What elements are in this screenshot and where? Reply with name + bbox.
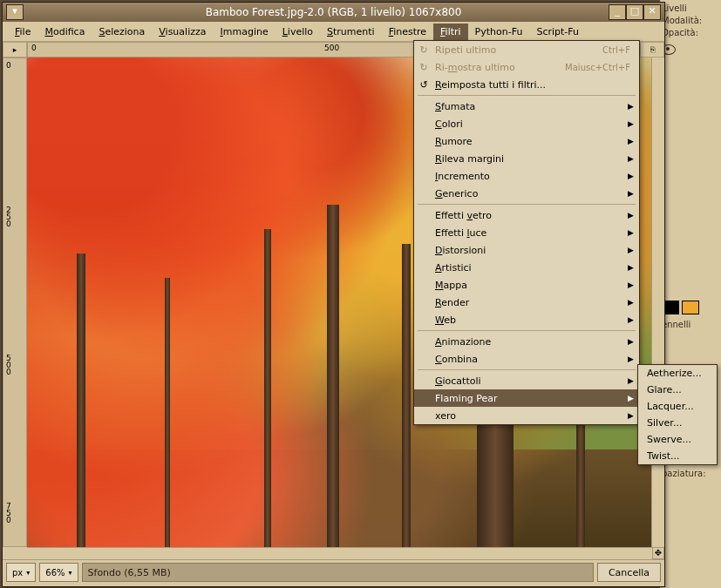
chevron-down-icon: ▾	[69, 569, 72, 577]
menu-item-label: Reimposta tutti i filtri...	[435, 79, 546, 91]
dock-label-opacita: Opacità:	[662, 28, 719, 37]
cancel-button[interactable]: Cancella	[597, 563, 661, 582]
filter-item-incremento[interactable]: Incremento▶	[414, 167, 639, 185]
quick-mask-toggle[interactable]: ⎘	[640, 42, 664, 57]
menu-item-label: Effetti luce	[435, 227, 486, 239]
submenu-arrow-icon: ▶	[628, 411, 634, 420]
submenu-arrow-icon: ▶	[628, 189, 634, 198]
submenu-item-lacquer-[interactable]: Lacquer...	[638, 398, 717, 415]
ruler-v-mark-500: 500	[6, 355, 11, 375]
dock-label-modalita: Modalità:	[662, 16, 719, 25]
shortcut-label: Maiusc+Ctrl+F	[565, 63, 630, 72]
filter-item-rumore[interactable]: Rumore▶	[414, 132, 639, 150]
submenu-item-silver-[interactable]: Silver...	[638, 415, 717, 431]
filter-item-mappa[interactable]: Mappa▶	[414, 276, 639, 294]
submenu-arrow-icon: ▶	[628, 376, 634, 385]
menu-seleziona[interactable]: Seleziona	[92, 24, 152, 40]
filter-item-colori[interactable]: Colori▶	[414, 115, 639, 132]
menu-strumenti[interactable]: Strumenti	[320, 24, 382, 40]
menu-item-label: Ri-mostra ultimo	[435, 62, 515, 73]
ruler-v-mark-0: 0	[6, 62, 11, 69]
minimize-button[interactable]: _	[609, 4, 626, 20]
filter-item-combina[interactable]: Combina▶	[414, 350, 639, 368]
ruler-h-mark-500: 500	[324, 44, 339, 52]
menu-python-fu[interactable]: Python-Fu	[468, 24, 530, 40]
scrollbar-vertical[interactable]	[651, 57, 664, 547]
menu-finestre[interactable]: Finestre	[382, 24, 433, 40]
flaming-pear-submenu: Aetherize...Glare...Lacquer...Silver...S…	[637, 364, 718, 465]
submenu-arrow-icon: ▶	[628, 172, 634, 180]
scrollbar-horizontal[interactable]	[27, 547, 652, 559]
reset-icon: ↻	[418, 44, 430, 56]
menu-item-label: Incremento	[435, 171, 490, 182]
submenu-arrow-icon: ▶	[628, 263, 634, 272]
titlebar[interactable]: ▾ Bamboo Forest.jpg-2.0 (RGB, 1 livello)…	[3, 3, 664, 22]
ruler-vertical[interactable]: 0 250 500 750	[3, 57, 27, 547]
menubar: FileModificaSelezionaVisualizzaImmagineL…	[3, 22, 664, 42]
filter-item-generico[interactable]: Generico▶	[414, 185, 639, 202]
filter-item-distorsioni[interactable]: Distorsioni▶	[414, 241, 639, 259]
menu-livello[interactable]: Livello	[275, 24, 320, 40]
filter-item-reimposta-tutti-i-filtri-[interactable]: ↺Reimposta tutti i filtri...	[414, 76, 639, 93]
unit-selector[interactable]: px▾	[6, 563, 36, 582]
menu-file[interactable]: File	[8, 24, 37, 40]
submenu-arrow-icon: ▶	[628, 119, 634, 128]
filter-item-sfumata[interactable]: Sfumata▶	[414, 98, 639, 115]
menu-filtri[interactable]: Filtri	[433, 24, 468, 40]
menu-item-label: Flaming Pear	[435, 393, 498, 404]
dock-label-spaziatura: paziatura:	[662, 469, 719, 478]
statusbar: px▾ 66%▾ Sfondo (6,55 MB) Cancella	[3, 559, 664, 585]
dock-label-pennelli: ennelli	[662, 320, 719, 329]
filter-item-ripeti-ultimo: ↻Ripeti ultimoCtrl+F	[414, 41, 639, 58]
menu-item-label: Colori	[435, 118, 463, 130]
dock-title-livelli: Livelli	[662, 3, 719, 13]
menu-script-fu[interactable]: Script-Fu	[529, 24, 586, 40]
menu-item-label: Effetti vetro	[435, 210, 492, 221]
submenu-arrow-icon: ▶	[628, 280, 634, 289]
filter-item-ri-mostra-ultimo: ↻Ri-mostra ultimoMaiusc+Ctrl+F	[414, 58, 639, 76]
color-swatch-orange[interactable]	[682, 301, 699, 314]
menu-modifica[interactable]: Modifica	[37, 24, 92, 40]
ruler-origin-toggle[interactable]: ▸	[3, 42, 27, 57]
window-menu-button[interactable]: ▾	[6, 4, 24, 20]
submenu-item-glare-[interactable]: Glare...	[638, 382, 717, 398]
submenu-arrow-icon: ▶	[628, 137, 634, 145]
maximize-button[interactable]: □	[626, 4, 643, 20]
ruler-h-mark-0: 0	[31, 44, 37, 52]
menu-item-label: Generico	[435, 188, 478, 199]
close-button[interactable]: ✕	[643, 4, 661, 20]
filter-item-web[interactable]: Web▶	[414, 311, 639, 328]
menu-immagine[interactable]: Immagine	[213, 24, 275, 40]
filter-item-giocattoli[interactable]: Giocattoli▶	[414, 372, 639, 389]
zoom-selector[interactable]: 66%▾	[39, 563, 78, 582]
filter-item-xero[interactable]: xero▶	[414, 407, 639, 424]
submenu-arrow-icon: ▶	[628, 246, 634, 254]
filter-item-animazione[interactable]: Animazione▶	[414, 333, 639, 350]
menu-item-label: Rumore	[435, 136, 473, 147]
ruler-v-mark-250: 250	[6, 206, 11, 227]
submenu-item-swerve-[interactable]: Swerve...	[638, 431, 717, 448]
menu-item-label: Artistici	[435, 262, 472, 274]
submenu-item-twist-[interactable]: Twist...	[638, 448, 717, 464]
chevron-down-icon: ▾	[26, 569, 30, 577]
submenu-arrow-icon: ▶	[628, 154, 634, 163]
navigation-button[interactable]: ✥	[652, 547, 664, 559]
filter-item-rileva-margini[interactable]: Rileva margini▶	[414, 150, 639, 167]
menu-item-label: Rileva margini	[435, 153, 504, 165]
menu-item-label: Sfumata	[435, 101, 475, 112]
shortcut-label: Ctrl+F	[602, 45, 630, 55]
menu-item-label: Combina	[435, 354, 478, 365]
reset-icon: ↺	[418, 79, 430, 91]
filter-item-artistici[interactable]: Artistici▶	[414, 259, 639, 276]
submenu-item-aetherize-[interactable]: Aetherize...	[638, 365, 717, 382]
layers-dock: Livelli Modalità: Opacità: ennelli pazia…	[660, 0, 721, 588]
submenu-arrow-icon: ▶	[628, 211, 634, 220]
submenu-arrow-icon: ▶	[628, 355, 634, 363]
filter-item-flaming-pear[interactable]: Flaming Pear▶	[414, 389, 639, 407]
filter-item-render[interactable]: Render▶	[414, 294, 639, 311]
filter-item-effetti-vetro[interactable]: Effetti vetro▶	[414, 206, 639, 224]
filter-item-effetti-luce[interactable]: Effetti luce▶	[414, 224, 639, 241]
menu-visualizza[interactable]: Visualizza	[152, 24, 213, 40]
menu-item-label: xero	[435, 410, 456, 422]
menu-item-label: Mappa	[435, 280, 467, 291]
